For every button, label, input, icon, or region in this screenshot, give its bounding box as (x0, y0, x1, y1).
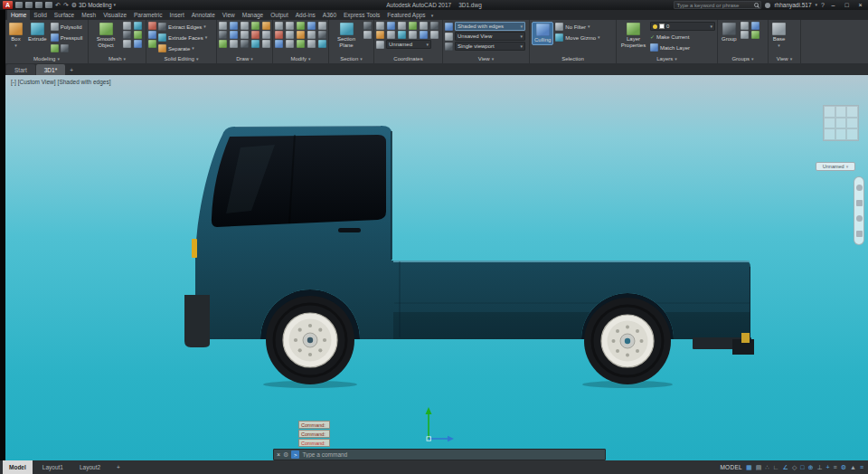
visual-style-dropdown[interactable]: Shaded with edges ▾ (455, 22, 525, 31)
add-jog-icon[interactable] (363, 31, 372, 39)
copy-icon[interactable] (286, 22, 294, 30)
boundary-icon[interactable] (251, 31, 259, 39)
application-menu-button[interactable]: A (3, 1, 13, 9)
section-plane-button[interactable]: Section Plane (331, 22, 362, 49)
search-icon[interactable] (754, 3, 759, 7)
ortho-mode-icon[interactable]: ∟ (773, 464, 779, 470)
ucs-origin-icon[interactable] (409, 22, 417, 30)
hatch-icon[interactable] (230, 31, 238, 39)
point-icon[interactable] (230, 40, 238, 48)
viewcube[interactable] (823, 105, 859, 141)
wipeout-icon[interactable] (262, 40, 270, 48)
split-face-icon[interactable] (123, 40, 131, 48)
file-tab-drawing[interactable]: 3D1* (36, 64, 65, 75)
gizmo-dropdown[interactable]: Move Gizmo ▾ (555, 33, 599, 43)
plot-icon[interactable] (45, 2, 52, 8)
viewport-visual-style-menu[interactable]: [Shaded with edges] (58, 79, 111, 85)
arc-icon[interactable] (251, 22, 259, 30)
truck-3d-scene[interactable] (5, 75, 868, 460)
array-icon[interactable] (286, 40, 294, 48)
section-panel-label[interactable]: Section ▾ (329, 54, 373, 63)
base-button[interactable]: Base ▾ (770, 22, 788, 49)
extrude-faces-button[interactable]: Extrude Faces ▾ (158, 33, 207, 43)
workspace-switcher[interactable]: ⚙ 3D Modeling ▾ (71, 2, 116, 8)
dynamic-input-icon[interactable]: + (826, 464, 830, 470)
explode-icon[interactable] (318, 31, 326, 39)
viewcube-cell[interactable] (824, 128, 835, 140)
grid-icon[interactable]: ▦ (746, 464, 752, 470)
solid-editing-panel-label[interactable]: Solid Editing ▾ (146, 54, 216, 63)
ucs-view-icon[interactable] (430, 31, 439, 39)
ribbon-tab-annotate[interactable]: Annotate (188, 10, 219, 20)
intersect-icon[interactable] (148, 40, 156, 48)
ucs-z-axis-icon[interactable] (420, 22, 428, 30)
stretch-icon[interactable] (297, 40, 305, 48)
object-snap-icon[interactable]: □ (800, 464, 804, 470)
ribbon-tab-featured-apps[interactable]: Featured Apps (383, 10, 429, 20)
named-views-icon[interactable] (445, 33, 453, 41)
viewport-controls-menu[interactable]: [-] (11, 79, 16, 85)
ucs-face-icon[interactable] (409, 31, 417, 39)
offset-icon[interactable] (275, 40, 283, 48)
viewport-configuration-icon[interactable] (445, 43, 453, 51)
view-panel-label[interactable]: View ▾ (443, 54, 529, 63)
draw-panel-label[interactable]: Draw ▾ (217, 54, 272, 63)
new-drawing-tab-button[interactable]: + (66, 64, 77, 75)
subtract-icon[interactable] (148, 31, 156, 39)
modify-panel-label[interactable]: Modify ▾ (273, 54, 328, 63)
add-crease-icon[interactable] (134, 31, 142, 39)
culling-button[interactable]: Culling (532, 22, 553, 45)
modeling-panel-label[interactable]: Modeling ▾ (5, 54, 88, 63)
scale-icon[interactable] (307, 22, 316, 30)
extrude-button[interactable]: Extrude (26, 22, 49, 43)
gradient-icon[interactable] (241, 31, 249, 39)
ucs-3point-icon[interactable] (430, 22, 439, 30)
viewcube-cell[interactable] (824, 106, 835, 118)
ribbon-tab-parametric[interactable]: Parametric (130, 10, 165, 20)
box-button[interactable]: Box ▾ (7, 22, 24, 49)
dynamic-ucs-icon[interactable]: ⊥ (816, 464, 822, 470)
ribbon-tab-a360[interactable]: A360 (319, 10, 340, 20)
show-ucs-icon-icon[interactable] (376, 41, 384, 49)
coordinates-panel-label[interactable]: Coordinates (374, 54, 442, 63)
signed-in-user[interactable]: rhhanyadi.517 (774, 2, 811, 8)
erase-icon[interactable] (275, 31, 283, 39)
chamfer-icon[interactable] (307, 31, 316, 39)
trim-icon[interactable] (318, 22, 326, 30)
revision-cloud-icon[interactable] (251, 40, 259, 48)
pan-icon[interactable] (856, 200, 863, 206)
ellipse-icon[interactable] (219, 31, 227, 39)
polyline-icon[interactable] (230, 22, 238, 30)
move-icon[interactable] (275, 22, 283, 30)
orbit-icon[interactable] (856, 231, 863, 237)
ribbon-tab-view[interactable]: View (219, 10, 239, 20)
redo-icon[interactable]: ↷ (63, 2, 69, 8)
layer-properties-button[interactable]: Layer Properties (618, 22, 648, 49)
extract-edges-button[interactable]: Extract Edges ▾ (158, 22, 207, 32)
snap-mode-icon[interactable]: ▤ (756, 464, 762, 470)
extrude-face-icon[interactable] (134, 40, 142, 48)
lengthen-icon[interactable] (307, 40, 316, 48)
mesh-panel-label[interactable]: Mesh ▾ (89, 54, 146, 63)
layer-dropdown[interactable]: 0 ▾ (650, 22, 715, 31)
close-button[interactable]: × (855, 0, 865, 10)
ucs-icon[interactable] (376, 22, 384, 30)
viewcube-ucs-dropdown[interactable]: Unnamed ▾ (816, 162, 855, 171)
command-input[interactable] (302, 451, 602, 458)
revolve-icon[interactable] (51, 44, 59, 52)
groups-panel-label[interactable]: Groups ▾ (718, 54, 768, 63)
presspull-button[interactable]: Presspull (51, 33, 83, 43)
smooth-more-icon[interactable] (123, 22, 131, 30)
rotate-icon[interactable] (297, 22, 305, 30)
annotation-scale-icon[interactable]: ▲ (850, 464, 856, 470)
smooth-less-icon[interactable] (134, 22, 142, 30)
ucs-icon[interactable] (426, 407, 455, 441)
viewcube-cell[interactable] (835, 118, 847, 129)
layout-tab-layout2[interactable]: Layout2 (73, 460, 107, 474)
workspace-switching-icon[interactable]: ⚙ (841, 464, 846, 470)
ribbon-tab-output[interactable]: Output (267, 10, 292, 20)
infer-constraints-icon[interactable]: ∴ (765, 464, 769, 470)
construction-line-icon[interactable] (219, 40, 227, 48)
maximize-button[interactable]: □ (842, 0, 852, 10)
ribbon-tab-solid[interactable]: Solid (30, 10, 50, 20)
